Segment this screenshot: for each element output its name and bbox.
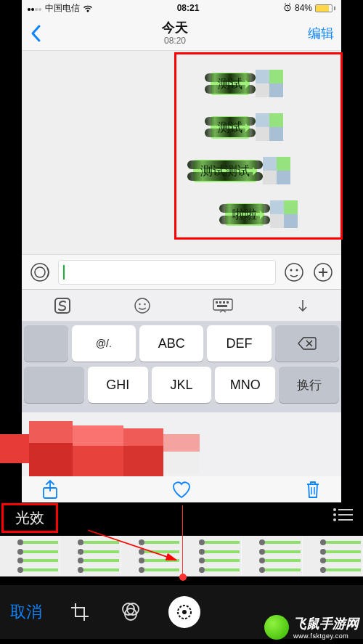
svg-point-5 (296, 269, 298, 271)
svg-point-4 (290, 269, 293, 271)
emoji-keyboard-icon[interactable] (134, 297, 151, 314)
key-ghi[interactable]: GHI (88, 367, 148, 403)
key-def[interactable]: DEF (207, 325, 271, 362)
nav-subtitle: 08:20 (162, 36, 188, 46)
status-time: 08:21 (177, 3, 200, 13)
message-bubble: 测试 (211, 116, 250, 139)
censor-mosaic (0, 421, 200, 478)
message-bubble: 测试 (211, 73, 250, 95)
svg-rect-14 (223, 301, 225, 303)
chat-message: 测试测试 (193, 157, 290, 184)
chat-message: 测试 (211, 113, 283, 141)
svg-rect-11 (213, 299, 232, 310)
svg-rect-12 (216, 301, 218, 303)
svg-rect-23 (338, 519, 353, 521)
key-blank[interactable] (24, 367, 84, 403)
keyboard-switch-icon[interactable] (213, 298, 233, 313)
battery-pct: 84% (295, 3, 312, 13)
svg-point-20 (333, 513, 336, 516)
adjust-tool-icon[interactable] (168, 596, 200, 628)
keyboard-toolbar (22, 289, 341, 321)
filters-tool-icon[interactable] (118, 599, 144, 625)
svg-point-10 (144, 303, 145, 304)
crop-tool-icon[interactable] (67, 599, 93, 625)
signal-icon (28, 3, 42, 13)
watermark-text: 飞鼠手游网 (293, 615, 359, 632)
nav-title: 今天 (162, 20, 188, 36)
trash-icon[interactable] (305, 479, 321, 500)
list-icon[interactable] (333, 508, 353, 525)
battery-icon (315, 4, 335, 12)
chat-message: 测试 (211, 70, 283, 97)
nav-bar: 今天 08:20 编辑 (22, 16, 341, 51)
phone-screenshot: 中国电信 08:21 84% 今天 08:20 编辑 测试 测试 (22, 0, 341, 494)
wifi-icon (83, 4, 93, 12)
watermark: 飞鼠手游网 www.fsktgey.com (264, 615, 359, 640)
avatar (270, 200, 298, 228)
keyboard: @/. ABC DEF GHI JKL MNO 换行 (22, 321, 341, 412)
svg-point-1 (31, 264, 49, 281)
playhead[interactable] (182, 505, 183, 576)
back-button[interactable] (29, 23, 42, 44)
share-icon[interactable] (42, 479, 58, 500)
svg-rect-21 (338, 514, 353, 515)
playhead-knob[interactable] (179, 574, 187, 581)
key-symbols[interactable]: @/. (72, 325, 136, 362)
favorite-icon[interactable] (171, 480, 192, 499)
svg-rect-15 (227, 301, 229, 303)
carrier-label: 中国电信 (45, 2, 80, 15)
key-abc[interactable]: ABC (139, 325, 203, 362)
sogou-logo-icon[interactable] (53, 296, 72, 315)
status-bar: 中国电信 08:21 84% (22, 0, 341, 16)
svg-point-3 (285, 264, 303, 281)
editor-tab-row: 光效 (0, 504, 363, 531)
alarm-icon (283, 3, 292, 14)
svg-point-8 (135, 298, 150, 313)
voice-icon[interactable] (29, 261, 51, 283)
message-bubble: 测试测试 (193, 160, 257, 182)
cancel-button[interactable]: 取消 (10, 601, 42, 623)
key-mno[interactable]: MNO (215, 367, 275, 403)
avatar (256, 70, 283, 97)
chat-input-row (22, 254, 341, 289)
effects-tab[interactable]: 光效 (1, 503, 58, 533)
photo-action-row (22, 476, 341, 502)
keyboard-hide-icon[interactable] (295, 298, 311, 314)
edit-button[interactable]: 编辑 (308, 25, 334, 42)
key-jkl[interactable]: JKL (152, 367, 212, 403)
plus-icon[interactable] (312, 261, 334, 283)
watermark-url: www.fsktgey.com (293, 632, 359, 640)
message-input[interactable] (58, 260, 276, 285)
text-cursor (63, 265, 65, 280)
key-enter[interactable]: 换行 (279, 367, 339, 403)
avatar (263, 157, 290, 184)
watermark-logo-icon (264, 615, 289, 640)
message-bubble: 啦啦 (225, 203, 264, 226)
chat-area: 测试 测试 测试测试 啦啦 (22, 51, 341, 254)
key-backspace[interactable] (275, 325, 339, 362)
svg-rect-19 (338, 509, 353, 510)
key-blank[interactable] (24, 325, 68, 362)
svg-point-9 (139, 303, 140, 304)
emoji-icon[interactable] (283, 261, 305, 283)
svg-rect-16 (217, 305, 227, 307)
chat-message: 啦啦 (225, 200, 298, 228)
svg-point-2 (35, 267, 45, 277)
avatar (256, 113, 283, 141)
svg-point-22 (333, 518, 336, 521)
svg-rect-13 (219, 301, 221, 303)
svg-point-29 (182, 610, 187, 614)
filmstrip[interactable] (0, 536, 363, 576)
svg-point-18 (333, 508, 336, 511)
